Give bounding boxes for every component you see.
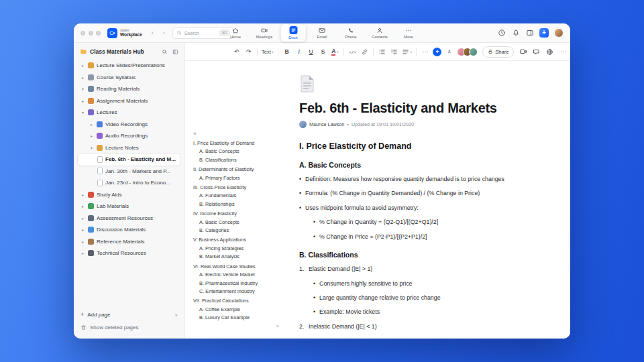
outline-item[interactable]: A. Primary Factors [193, 174, 282, 182]
user-avatar[interactable] [554, 28, 564, 38]
sidebar-item-reference-materials[interactable]: ▸ Reference Materials [78, 236, 180, 248]
start-meeting-button[interactable] [519, 47, 527, 57]
maximize-window-button[interactable] [96, 31, 101, 36]
sidebar-item-reading-materials[interactable]: ▾ Reading Materials [78, 83, 180, 95]
add-page-button[interactable]: + Add page ∨ [78, 309, 180, 320]
sidebar-item-jan-30th-note[interactable]: Jan. 30th - Markets and P... [78, 166, 180, 178]
underline-button[interactable]: U [307, 47, 315, 57]
strikethrough-button[interactable]: S [319, 47, 327, 57]
outline-item[interactable]: B. Classifications [193, 156, 282, 164]
expand-chevron-icon[interactable]: ▸ [80, 75, 85, 80]
bullet-item[interactable]: • Large quantity change relative to pric… [313, 294, 530, 302]
tab-more[interactable]: ⋯ More [396, 24, 421, 42]
toggle-panel-button[interactable] [525, 29, 534, 38]
outline-item[interactable]: B. Luxury Car Example [193, 314, 282, 322]
expand-chevron-icon[interactable]: ▸ [80, 239, 85, 244]
outline-item[interactable]: VII. Practical Calculations [193, 297, 282, 305]
outline-item[interactable]: A. Coffee Example [193, 306, 282, 314]
bullet-item[interactable]: • Definition: Measures how responsive qu… [299, 176, 530, 183]
outline-item[interactable]: A. Fundamentals [193, 192, 282, 200]
outline-item[interactable]: B. Categories [193, 227, 282, 235]
sidebar-item-course-syllabus[interactable]: ▸ Course Syllabus [78, 72, 180, 84]
sidebar-item-video-recordings[interactable]: ▸ Video Recordings [78, 119, 180, 131]
outline-item[interactable]: A. Electric Vehicle Market [193, 271, 282, 279]
sidebar-item-lab-materials[interactable]: ▸ Lab Materials [78, 200, 180, 213]
outline-item[interactable]: C. Entertainment Industry [193, 288, 282, 296]
outline-item[interactable]: B. Pharmaceutical Industry [193, 280, 282, 288]
comments-button[interactable] [532, 47, 541, 57]
outline-scroll-chevron[interactable]: ∨ [193, 323, 282, 328]
outline-item[interactable]: A. Pricing Strategies [193, 245, 282, 253]
text-color-button[interactable]: A ∨ [331, 47, 339, 57]
outline-item[interactable]: III. Cross-Price Elasticity [193, 184, 282, 192]
bullet-item[interactable]: • % Change in Price = (P2-P1)/[(P2+P1)/2… [313, 233, 530, 241]
link-button[interactable] [360, 47, 369, 57]
tab-docs[interactable]: Docs [281, 24, 306, 42]
doc-heading-classifications[interactable]: B. Classifications [299, 251, 530, 259]
expand-chevron-icon[interactable]: ▸ [80, 99, 85, 103]
tab-phone[interactable]: Phone [339, 24, 364, 42]
expand-chevron-icon[interactable]: ▸ [89, 122, 94, 127]
outline-item[interactable]: B. Market Analysis [193, 253, 282, 261]
expand-chevron-icon[interactable]: ▸ [80, 63, 85, 68]
collapse-chevron-icon[interactable]: ▾ [89, 145, 94, 150]
show-deleted-pages-button[interactable]: Show deleted pages [78, 322, 180, 333]
history-button[interactable] [497, 29, 506, 38]
collapse-chevron-icon[interactable]: ▾ [80, 86, 85, 91]
outline-item[interactable]: IV. Income Elasticity [193, 210, 282, 218]
text-style-dropdown[interactable]: Text ∨ [262, 47, 274, 57]
outline-item[interactable]: A. Basic Concepts [193, 219, 282, 227]
expand-chevron-icon[interactable]: ▸ [80, 192, 85, 197]
close-window-button[interactable] [80, 31, 85, 36]
bullet-item[interactable]: • Uses midpoint formula to avoid asymmet… [299, 204, 530, 212]
chevron-down-icon[interactable]: ∨ [175, 312, 178, 317]
sidebar-item-jan-23rd-note[interactable]: Jan. 23rd - Intro to Econo... [78, 177, 180, 189]
doc-title[interactable]: Feb. 6th - Elasticity and Markets [299, 101, 530, 116]
share-button[interactable]: Share [482, 46, 514, 58]
bullet-item[interactable]: • Example: Movie tickets [313, 308, 530, 316]
checklist-button[interactable] [390, 47, 398, 57]
sidebar-item-discussion-materials[interactable]: ▸ Discussion Materials [78, 224, 180, 236]
expand-chevron-icon[interactable]: ▸ [80, 251, 85, 255]
expand-chevron-icon[interactable]: ▸ [80, 227, 85, 232]
nav-forward-button[interactable]: › [160, 29, 168, 38]
nav-back-button[interactable]: ‹ [148, 29, 157, 38]
more-formatting-button[interactable]: ⋯ [421, 47, 429, 57]
undo-button[interactable]: ↶ [232, 47, 241, 57]
expand-chevron-icon[interactable]: ▸ [80, 216, 85, 221]
collaborator-avatar[interactable] [469, 48, 478, 56]
sidebar-item-study-aids[interactable]: ▸ Study Aids [78, 189, 180, 201]
tab-contacts[interactable]: Contacts [368, 24, 392, 42]
redo-button[interactable]: ↷ [244, 47, 253, 57]
alignment-dropdown[interactable]: ∨ [402, 47, 412, 57]
bullet-item[interactable]: • Consumers highly sensitive to price [313, 280, 530, 288]
minimize-window-button[interactable] [89, 31, 93, 36]
collapse-outline-button[interactable]: « [193, 131, 282, 137]
sidebar-item-assessment-resources[interactable]: ▸ Assessment Resources [78, 213, 180, 225]
translate-button[interactable] [545, 47, 554, 57]
outline-item[interactable]: A. Basic Concepts [193, 147, 282, 156]
tab-email[interactable]: Email [310, 24, 335, 42]
collapse-toolbar-button[interactable]: ∧ [445, 47, 453, 57]
sidebar-item-feb-6th-note[interactable]: Feb. 6th - Elasticity and M... [78, 154, 180, 166]
sidebar-item-technical-resources[interactable]: ▸ Technical Resources [78, 247, 180, 259]
bullet-item[interactable]: • Formula: (% Change in Quantity Demande… [299, 190, 530, 197]
outline-item[interactable]: V. Business Applications [193, 236, 282, 244]
expand-chevron-icon[interactable]: ▸ [89, 133, 94, 138]
tab-home[interactable]: Home [223, 24, 248, 42]
code-button[interactable]: </> [348, 47, 357, 57]
bold-button[interactable]: B [282, 47, 291, 57]
doc-more-options-button[interactable]: ⋯ [559, 47, 568, 57]
sidebar-item-lectures[interactable]: ▾ Lectures [78, 107, 180, 119]
tab-meetings[interactable]: Meetings [252, 24, 277, 42]
expand-chevron-icon[interactable]: ▸ [80, 204, 85, 208]
sidebar-item-lecture-slides[interactable]: ▸ Lecture Slides/Presentations [78, 60, 180, 72]
outline-item[interactable]: B. Relationships [193, 200, 282, 208]
doc-heading-basic-concepts[interactable]: A. Basic Concepts [299, 161, 530, 169]
doc-heading-section1[interactable]: I. Price Elasticity of Demand [299, 141, 530, 151]
sidebar-item-lecture-notes[interactable]: ▾ Lecture Notes [78, 142, 180, 154]
collaborator-avatars[interactable] [457, 48, 478, 56]
outline-item[interactable]: VI. Real-World Case Studies [193, 263, 282, 271]
bullet-item[interactable]: • % Change in Quantity = (Q2-Q1)/[(Q2+Q1… [313, 219, 530, 226]
numbered-item[interactable]: 2. Inelastic Demand (|E| < 1) [299, 323, 530, 330]
